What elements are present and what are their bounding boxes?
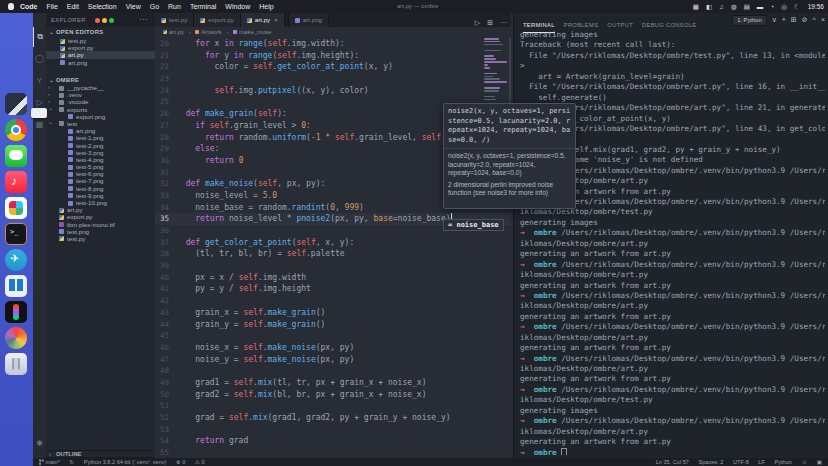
activity-settings-icon[interactable]: ✱ [33,434,46,454]
tree-item--vscode[interactable]: ›.vscode [46,98,155,105]
tree-item-ibm-plex-mono-ttf[interactable]: ibm-plex-mono.ttf [46,221,155,228]
code-line[interactable]: 50 grad2 = self.mix(bl, br, px + grain_x… [155,389,511,401]
menubar-display-icon[interactable]: ◧ [706,3,712,10]
code-line[interactable]: 20 for x in range(self.img.width): [155,38,511,50]
breadcrumb-class[interactable]: Artwork [201,29,221,35]
window-minimize-button[interactable] [102,18,107,23]
menu-item-terminal[interactable]: Terminal [190,3,216,10]
menubar-record-icon[interactable]: ◍ [731,3,737,10]
open-editors-section[interactable]: ⌄OPEN EDITORS [46,29,155,35]
tree-item-test-png[interactable]: test.png [46,228,155,235]
menubar-battery-icon[interactable]: ▬ [757,3,764,10]
open-editor-art-py[interactable]: art.py [46,51,155,58]
dock-stickers-icon[interactable] [5,327,27,349]
activity-search-icon[interactable]: ◯ [33,49,46,69]
editor-split-editor-icon[interactable]: ⊞ [487,19,493,26]
code-area[interactable]: 20 for x in range(self.img.width):21 for… [155,38,511,458]
more-actions-icon[interactable]: ⋯ [139,15,147,24]
dock-trello-icon[interactable] [5,275,27,297]
menubar-wifi-icon[interactable]: ◔ [770,3,774,10]
menu-item-code[interactable]: Code [20,3,38,10]
close-icon[interactable]: × [274,16,278,23]
code-line[interactable]: 52 grad = self.mix(grad1, grad2, py + gr… [155,412,511,424]
code-line[interactable]: 44 grain_y = self.make_grain() [155,319,511,331]
git-branch-item[interactable]: main* [39,459,60,465]
tree-item-test-7-png[interactable]: test-7.png [46,177,155,184]
dock-terminal-icon[interactable] [5,223,27,245]
terminal-close-panel-icon[interactable]: × [821,16,825,23]
code-line[interactable]: 51 [155,400,511,412]
tab-art-png[interactable]: art.png [288,13,329,27]
tree-item-test-3-png[interactable]: test-3.png [46,149,155,156]
activity-explorer-icon[interactable]: ⧉ [33,27,46,47]
terminal-output[interactable]: generating imagesTraceback (most recent … [520,30,825,455]
code-line[interactable]: 53 [155,424,511,436]
indentation-item[interactable]: Spaces: 2 [698,459,723,465]
menubar-keyboard-icon[interactable]: ▤ [744,3,750,10]
tab-test-py[interactable]: test.py [155,13,194,27]
window-close-button[interactable] [95,18,100,23]
tree-item-test-8-png[interactable]: test-8.png [46,185,155,192]
code-line[interactable]: 43 grain_x = self.make_grain() [155,307,511,319]
apple-menu-icon[interactable] [8,3,14,10]
editor-more-actions-icon[interactable]: ⋯ [500,19,507,26]
editor-run-icon[interactable]: ▷ [475,19,480,26]
tree-item-art-png[interactable]: art.png [46,127,155,134]
menubar-clock[interactable]: 19:56 [808,3,824,10]
feedback-icon[interactable]: ☺ [801,459,807,465]
tab-art-py[interactable]: art.py× [241,13,285,27]
tree-item-test-4-png[interactable]: test-4.png [46,156,155,163]
tree-item-test-5-png[interactable]: test-5.png [46,163,155,170]
terminal-kill-icon[interactable]: ⊘ [802,16,808,23]
window-zoom-button[interactable] [109,18,114,23]
open-editor-art-png[interactable]: art.png [46,59,155,66]
menubar-music-icon[interactable]: ♫ [719,3,724,10]
python-interpreter-item[interactable]: Python 3.8.2 64-bit ('.venv': venv) [84,459,167,465]
dock-slack-icon[interactable] [5,197,27,219]
errors-item[interactable]: ⊗ 0 [176,459,185,465]
code-line[interactable]: 37 def get_color_at_point(self, x, y): [155,237,511,249]
activity-extensions-icon[interactable]: ▦ [33,115,46,135]
open-editor-test-py[interactable]: test.py [46,37,155,44]
tree-item-export-py[interactable]: export.py [46,213,155,220]
breadcrumb-method[interactable]: make_noise [239,29,271,35]
code-line[interactable]: 21 for y in range(self.img.height): [155,50,511,62]
code-line[interactable]: 41 py = y / self.img.height [155,283,511,295]
code-line[interactable]: 22 color = self.get_color_at_point(x, y) [155,61,511,73]
dock-music-icon[interactable] [5,171,27,193]
tree-item-test-2-png[interactable]: test-2.png [46,142,155,149]
dock-trash-icon[interactable] [5,353,27,375]
tree-item-test-9-png[interactable]: test-9.png [46,192,155,199]
code-line[interactable]: 38 (tl, tr, bl, br) = self.palette [155,248,511,260]
tree-item-export-png[interactable]: export.png [46,113,155,120]
tree-item--pycache-[interactable]: ›__pycache__ [46,84,155,91]
tree-item-test[interactable]: ⌄test [46,120,155,127]
sync-icon[interactable]: ↻ [69,459,74,465]
tab-export-py[interactable]: export.py [194,13,240,27]
menu-item-help[interactable]: Help [259,3,273,10]
tree-item-test-10-png[interactable]: test-10.png [46,199,155,206]
tree-item-test-py[interactable]: test.py [46,235,155,242]
warnings-item[interactable]: ⚠ 0 [195,459,205,465]
notifications-icon[interactable]: ▣ [817,459,822,465]
code-line[interactable]: 45 [155,330,511,342]
code-line[interactable]: 46 noise_x = self.make_noise(px, py) [155,342,511,354]
code-line[interactable]: 48 [155,365,511,377]
code-line[interactable]: 47 noise_y = self.make_noise(px, py) [155,354,511,366]
workspace-section[interactable]: ⌄OMBRE [46,77,155,83]
code-line[interactable]: 42 [155,295,511,307]
code-line[interactable]: 49 grad1 = self.mix(tl, tr, px + grain_x… [155,377,511,389]
menubar-control-center-icon[interactable]: ☾ [794,3,800,10]
tree-item-test-6-png[interactable]: test-6.png [46,170,155,177]
menubar-grid-icon[interactable]: ▦ [693,3,699,10]
code-line[interactable]: 55 [155,447,511,458]
shell-selector[interactable]: 1: Python [732,15,767,26]
terminal-new-icon[interactable]: + [782,16,786,23]
menubar-search-icon[interactable]: ◎ [781,3,787,10]
eol-item[interactable]: LF [758,459,765,465]
tree-item--venv[interactable]: ›.venv [46,91,155,98]
code-line[interactable]: 40 px = x / self.img.width [155,272,511,284]
menu-item-selection[interactable]: Selection [88,3,117,10]
activity-source-control-icon[interactable]: Y [33,71,46,91]
terminal-split-icon[interactable]: ⊞ [791,16,797,23]
